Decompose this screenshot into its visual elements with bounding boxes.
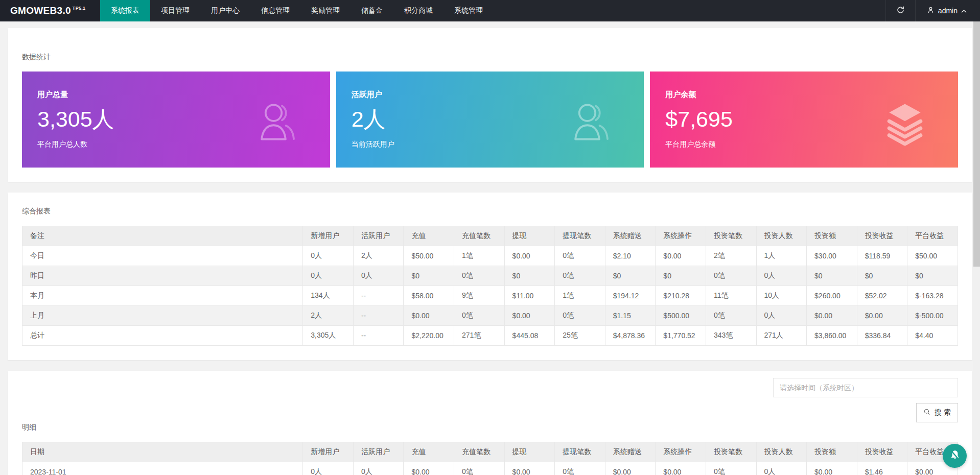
stat-card-title: 活跃用户 [352,90,629,100]
table-cell: 0人 [756,306,807,326]
nav-item-3[interactable]: 用户中心 [200,0,250,21]
table-row: 上月2人--$0.000笔$0.000笔$1.15$500.000笔0人$0.0… [22,306,958,326]
column-header: 提现笔数 [555,442,605,462]
table-cell: $2,220.00 [404,326,454,346]
nav-item-8[interactable]: 系统管理 [444,0,494,21]
table-cell: 0笔 [706,462,756,475]
scrollbar[interactable] [973,21,980,475]
table-cell: $4.40 [907,326,958,346]
table-cell: $2.10 [605,246,656,266]
table-cell: $0.00 [857,306,907,326]
table-cell: $0 [404,266,454,286]
table-cell: 0笔 [555,246,605,266]
table-cell: 2人 [303,306,354,326]
table-cell: 上月 [22,306,303,326]
table-cell: $0.00 [504,306,555,326]
table-cell: $1,770.52 [656,326,706,346]
table-cell: $210.28 [656,286,706,306]
table-cell: $30.00 [807,246,857,266]
table-cell: $0.00 [404,306,454,326]
column-header: 日期 [22,442,303,462]
bell-slash-icon [949,449,961,463]
table-cell: 0人 [353,266,404,286]
stat-cards: 用户总量3,305人平台用户总人数 活跃用户2人当前活跃用户 用户余额$7,69… [22,72,958,168]
table-cell: 0笔 [706,266,756,286]
table-cell: $0.00 [605,462,656,475]
column-header: 活跃用户 [353,226,404,246]
nav-item-7[interactable]: 积分商城 [393,0,444,21]
header-row: 日期新增用户活跃用户充值充值笔数提现提现笔数系统赠送系统操作投资笔数投资人数投资… [22,442,958,462]
user-menu[interactable]: admin [915,0,980,21]
theme-toggle-fab[interactable] [943,444,967,468]
table-cell: $0 [857,266,907,286]
column-header: 投资人数 [756,226,807,246]
table-cell: 3,305人 [303,326,354,346]
table-row: 总计3,305人--$2,220.00271笔$445.0825笔$4,878.… [22,326,958,346]
table-cell: 2人 [353,246,404,266]
user-name: admin [938,7,958,15]
header-row: 备注新增用户活跃用户充值充值笔数提现提现笔数系统赠送系统操作投资笔数投资人数投资… [22,226,958,246]
column-header: 投资收益 [857,442,907,462]
search-icon [923,408,931,417]
layers-icon [881,99,928,146]
table-cell: $1.15 [605,306,656,326]
nav-item-4[interactable]: 信息管理 [250,0,300,21]
stats-section-title: 数据统计 [22,53,958,62]
table-cell: $3,860.00 [807,326,857,346]
table-cell: $0.00 [656,246,706,266]
main-nav: 系统报表项目管理用户中心信息管理奖励管理储蓄金积分商城系统管理 [100,0,494,21]
column-header: 充值笔数 [454,226,505,246]
table-cell: $0.00 [504,246,555,266]
detail-panel: 搜 索 明细 日期新增用户活跃用户充值充值笔数提现提现笔数系统赠送系统操作投资笔… [8,371,972,475]
table-cell: 271笔 [454,326,505,346]
app-logo-text: GMOWEB3.0 [10,5,71,16]
table-cell: $0.00 [807,462,857,475]
table-cell: $260.00 [807,286,857,306]
table-cell: $1.46 [857,462,907,475]
column-header: 充值 [404,442,454,462]
column-header: 投资额 [807,226,857,246]
table-cell: $0 [807,266,857,286]
refresh-icon [896,6,905,16]
column-header: 提现笔数 [555,226,605,246]
column-header: 系统操作 [656,226,706,246]
column-header: 活跃用户 [353,442,404,462]
column-header: 投资收益 [857,226,907,246]
column-header: 充值笔数 [454,442,505,462]
table-cell: $52.02 [857,286,907,306]
table-cell: $194.12 [605,286,656,306]
stat-card-title: 用户余额 [665,90,943,100]
app-logo-version: TP5.1 [73,6,86,11]
table-cell: 1笔 [454,246,505,266]
stat-card-3: 用户余额$7,695平台用户总余额 [650,72,958,168]
table-cell: 1人 [756,246,807,266]
table-cell: 2023-11-01 [22,462,303,475]
table-row: 昨日0人0人$00笔$00笔$0$00笔0人$0$0$0 [22,266,958,286]
table-row: 今日0人2人$50.001笔$0.000笔$2.10$0.002笔1人$30.0… [22,246,958,266]
scrollbar-thumb[interactable] [973,21,980,267]
nav-item-6[interactable]: 储蓄金 [351,0,393,21]
table-cell: $11.00 [504,286,555,306]
search-row [22,378,958,397]
column-header: 投资人数 [756,442,807,462]
summary-section-title: 综合报表 [22,207,958,216]
time-range-input[interactable] [773,378,958,397]
nav-item-2[interactable]: 项目管理 [150,0,200,21]
table-cell: 0笔 [454,462,505,475]
table-cell: 134人 [303,286,354,306]
column-header: 提现 [504,442,555,462]
table-cell: $500.00 [656,306,706,326]
search-button[interactable]: 搜 索 [916,403,958,422]
table-cell: 11笔 [706,286,756,306]
refresh-button[interactable] [885,0,915,21]
nav-item-1[interactable]: 系统报表 [100,0,150,21]
table-cell: 343笔 [706,326,756,346]
app-logo[interactable]: GMOWEB3.0TP5.1 [0,0,100,21]
top-nav-bar: GMOWEB3.0TP5.1 系统报表项目管理用户中心信息管理奖励管理储蓄金积分… [0,0,980,21]
table-cell: $445.08 [504,326,555,346]
table-cell: $0 [605,266,656,286]
stat-card-title: 用户总量 [37,90,315,100]
nav-item-5[interactable]: 奖励管理 [300,0,351,21]
table-cell: 25笔 [555,326,605,346]
table-cell: 0笔 [454,266,505,286]
